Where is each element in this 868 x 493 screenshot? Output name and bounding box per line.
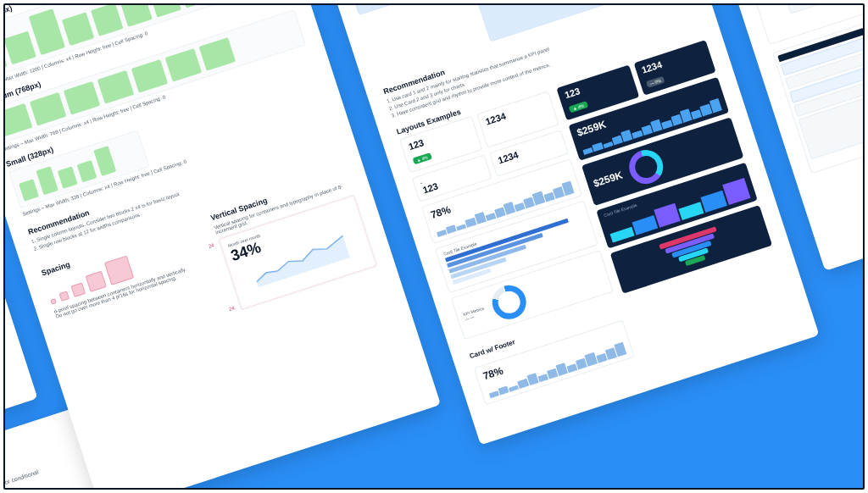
- trend-neutral-badge: — 0%: [646, 76, 665, 88]
- card-tile-large: [341, 3, 456, 15]
- donut-chart-icon: [625, 146, 667, 188]
- trend-up-badge: ▲ 4%: [569, 102, 588, 114]
- trend-up-badge: ▲ 4%: [413, 152, 432, 164]
- donut-chart-icon: [487, 281, 530, 324]
- card-value: $259K: [592, 169, 624, 190]
- funnel-chart-icon: [659, 227, 724, 273]
- panel-intro-2: The grid can be applied to the main cont…: [3, 3, 205, 4]
